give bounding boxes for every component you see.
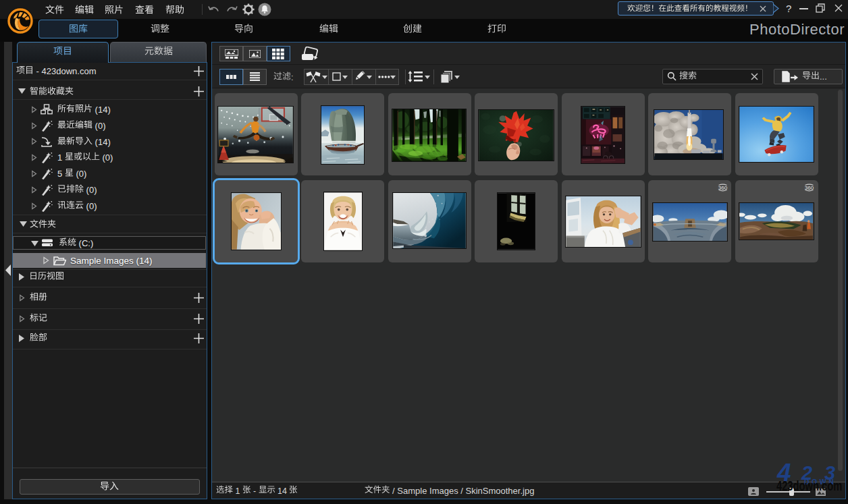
svg-text:360: 360 [718,185,728,191]
svg-text:360: 360 [805,185,814,191]
